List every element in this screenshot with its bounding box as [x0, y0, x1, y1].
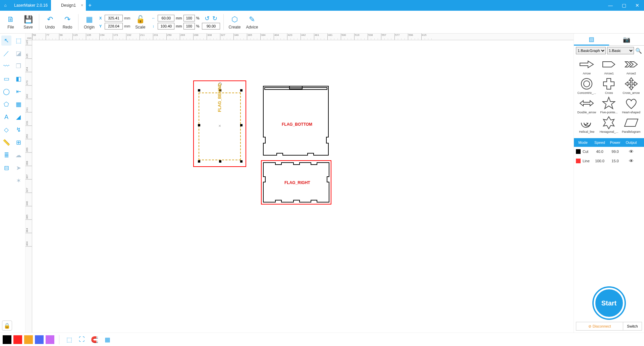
redo-button[interactable]: ↷Redo — [59, 12, 76, 32]
search-icon[interactable]: 🔍 — [635, 47, 642, 54]
visibility-icon[interactable]: 👁 — [629, 149, 634, 154]
ruler-h-tick: 250 — [166, 34, 171, 40]
color-swatch[interactable] — [24, 335, 33, 344]
resize-handle-nw[interactable] — [198, 89, 200, 92]
layer-row[interactable]: Line100.015.0👁 — [574, 156, 644, 166]
resize-handle-se[interactable] — [240, 160, 243, 163]
layout-tool[interactable]: ⊟ — [1, 163, 11, 173]
color-swatch[interactable] — [46, 335, 54, 344]
home-icon[interactable]: ⌂ — [0, 3, 11, 8]
focus-button[interactable]: ⛶ — [77, 335, 87, 345]
switch-button[interactable]: Switch — [623, 322, 642, 330]
array-tool[interactable]: ⊞ — [13, 137, 23, 148]
minimize-icon[interactable]: — — [604, 3, 617, 8]
rotate-cw-icon[interactable]: ↻ — [212, 15, 217, 22]
bounds-button[interactable]: ⬚ — [64, 335, 74, 345]
visibility-icon[interactable]: 👁 — [629, 158, 634, 164]
select-tool[interactable]: ↖ — [1, 36, 11, 46]
mirror-tool[interactable]: ◢ — [13, 112, 23, 122]
color-swatch[interactable] — [3, 335, 11, 344]
shape-concentric_...[interactable]: Concentric_... — [576, 76, 597, 95]
disconnect-button[interactable]: ⊘Disconnect — [576, 322, 623, 330]
shapes-tab[interactable]: ▧ — [574, 34, 609, 46]
line-tool[interactable]: ／ — [1, 48, 11, 58]
shape-heart-shaped[interactable]: Heart-shaped — [621, 96, 642, 115]
start-button[interactable]: Start — [594, 288, 625, 319]
resize-handle-e[interactable] — [240, 124, 243, 126]
undo-button[interactable]: ↶Undo — [41, 12, 59, 32]
width-pct-input[interactable] — [183, 15, 195, 21]
document-tab[interactable]: Design1 × — [51, 0, 86, 11]
shape-arrow1[interactable]: Arrow1 — [598, 57, 620, 76]
grid-button[interactable]: ▦ — [102, 335, 112, 345]
cloud-tool[interactable]: ☁ — [13, 150, 23, 160]
resize-handle-sw[interactable] — [198, 160, 200, 163]
curve-tool[interactable]: 〰 — [1, 61, 11, 71]
close-window-icon[interactable]: ✕ — [631, 3, 644, 8]
color-swatch[interactable] — [35, 335, 44, 344]
maximize-icon[interactable]: ▢ — [617, 3, 631, 8]
ruler-v-tick: 135 — [25, 54, 32, 59]
marquee-tool[interactable]: ⬚ — [13, 36, 23, 46]
lock-button[interactable]: 🔒 — [2, 321, 12, 331]
category-select-1[interactable]: 1.BasicGraph — [576, 47, 606, 54]
ruler-h-tick: 404 — [274, 34, 279, 40]
ruler-v-tick: 404 — [25, 241, 32, 246]
ruler-h-tick: 231 — [153, 34, 158, 40]
send-tool[interactable]: ➤ — [13, 163, 23, 173]
camera-tab[interactable]: 📷 — [609, 34, 644, 46]
selected-shape[interactable]: FLAG_BEHIND ✕ — [193, 80, 246, 167]
spark-tool[interactable]: ✶ — [13, 176, 23, 186]
origin-button[interactable]: ▦Origin — [80, 12, 98, 32]
measure-tool[interactable]: 📏 — [1, 137, 11, 148]
rotate-ccw-icon[interactable]: ↺ — [205, 15, 210, 22]
path-edit-tool[interactable]: ↯ — [13, 125, 23, 135]
shape-arrow[interactable]: Arrow — [576, 57, 597, 76]
erase-tool[interactable]: ◇ — [1, 125, 11, 135]
union-tool[interactable]: ◧ — [13, 74, 23, 84]
category-select-2[interactable]: 1.Basic — [607, 47, 634, 54]
text-tool[interactable]: A — [1, 112, 11, 122]
width-input[interactable] — [158, 15, 174, 21]
position-inputs: Xmm Ymm — [99, 15, 130, 30]
resize-handle-s[interactable] — [219, 160, 221, 163]
polygon-tool[interactable]: ⬠ — [1, 99, 11, 109]
save-button[interactable]: 💾Save — [19, 12, 37, 32]
scale-button[interactable]: 🔓Scale — [131, 12, 149, 32]
tiles-tool[interactable]: ▦ — [13, 99, 23, 109]
shape-cross[interactable]: Cross — [598, 76, 620, 95]
ellipse-tool[interactable]: ◯ — [1, 86, 11, 97]
x-input[interactable] — [105, 15, 123, 21]
create-button[interactable]: ⬡Create — [226, 12, 243, 32]
rect-tool[interactable]: ▭ — [1, 74, 11, 84]
new-tab-button[interactable]: + — [86, 2, 94, 8]
canvas-area[interactable]: mm 5877961151351541731922112312502692883… — [25, 34, 574, 333]
color-swatch[interactable] — [13, 335, 22, 344]
shape-arrow2[interactable]: Arrow2 — [621, 57, 642, 76]
shape-cross_arrow[interactable]: Cross_arrow — [621, 76, 642, 95]
shape-double_arrow[interactable]: Double_arrow — [576, 96, 597, 115]
layer-row[interactable]: Cut40.099.0👁 — [574, 147, 644, 156]
rotation-input[interactable] — [202, 23, 220, 30]
y-input[interactable] — [105, 23, 123, 30]
shape-parallelogram[interactable]: Parallelogram — [621, 115, 642, 134]
magnet-button[interactable]: 🧲 — [90, 335, 100, 345]
file-button[interactable]: 🗎File — [2, 12, 19, 32]
fill-tool[interactable]: ◪ — [13, 48, 23, 58]
shape-hexagonal_...[interactable]: Hexagonal_... — [598, 115, 620, 134]
shape-helical_line[interactable]: Helical_line — [576, 115, 597, 134]
canvas[interactable]: FLAG_BEHIND ✕ FLAG_BOTTOM — [32, 40, 574, 333]
layers-tool[interactable]: ≣ — [1, 150, 11, 160]
height-input[interactable] — [158, 23, 174, 30]
close-tab-icon[interactable]: × — [81, 0, 83, 11]
flag-right-outer[interactable]: FLAG_RIGHT — [261, 160, 331, 205]
layer-name: Line — [583, 159, 590, 163]
advice-button[interactable]: ✎Advice — [243, 12, 261, 32]
height-pct-input[interactable] — [183, 23, 195, 30]
align-left-tool[interactable]: ⇤ — [13, 86, 23, 97]
flag-bottom-shape[interactable]: FLAG_BOTTOM — [263, 86, 329, 156]
copy-tool[interactable]: ❐ — [13, 61, 23, 71]
shape-five-pointe...[interactable]: Five-pointe... — [598, 96, 620, 115]
resize-handle-ne[interactable] — [240, 89, 243, 92]
resize-handle-w[interactable] — [198, 124, 200, 126]
